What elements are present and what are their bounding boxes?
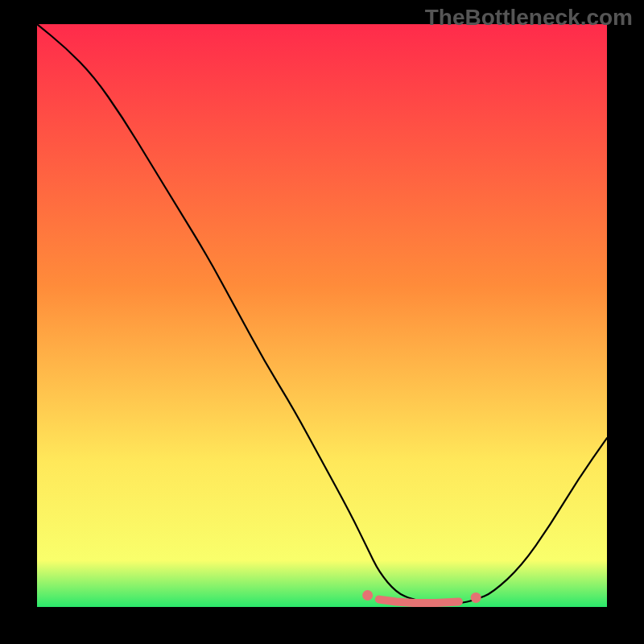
highlight-dot [471, 592, 481, 603]
chart-plot-area [37, 24, 607, 607]
highlight-dot [362, 590, 373, 601]
chart-background-gradient [37, 24, 607, 607]
chart-svg [37, 24, 607, 607]
watermark-text: TheBottleneck.com [425, 5, 633, 31]
bottleneck-highlight-segment [379, 600, 459, 603]
